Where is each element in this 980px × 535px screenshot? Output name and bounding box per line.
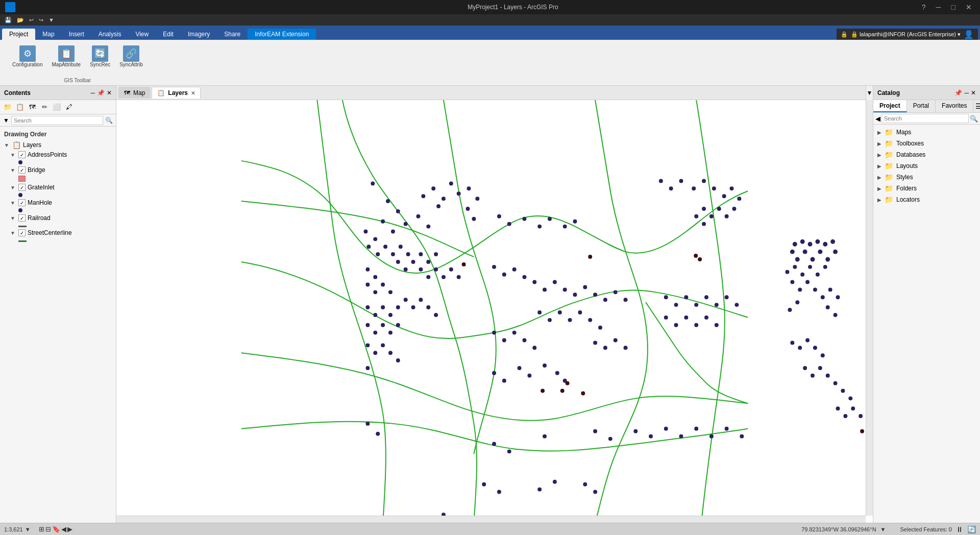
catalog-pin-icon[interactable]: 📌: [954, 89, 962, 96]
expand-railroad-icon[interactable]: ▼: [10, 215, 16, 221]
undo-icon[interactable]: ↩: [28, 17, 35, 23]
redo-icon[interactable]: ↪: [37, 17, 45, 23]
expand-bridge-icon[interactable]: ▼: [10, 167, 16, 173]
list-view-button[interactable]: 📁: [2, 102, 13, 113]
bookmarks-icon[interactable]: 🔖: [52, 525, 60, 533]
restore-button[interactable]: □: [948, 3, 959, 11]
tab-map[interactable]: Map: [35, 29, 61, 40]
draw-view-button[interactable]: 🖍: [63, 102, 75, 113]
addresspoints-checkbox[interactable]: ✓: [18, 151, 26, 158]
expand-layouts-icon[interactable]: ▶: [877, 163, 881, 169]
tab-scroll-down[interactable]: ▼: [866, 86, 873, 100]
catalog-item-layouts[interactable]: ▶ 📁 Layouts: [873, 160, 980, 172]
syncattrib-button[interactable]: 🔗 SyncAttrib: [116, 44, 146, 68]
catalog-search-icon[interactable]: 🔍: [970, 115, 978, 123]
contents-search-input[interactable]: [11, 116, 103, 125]
catalog-item-folders[interactable]: ▶ 📁 Folders: [873, 183, 980, 194]
expand-layers-icon[interactable]: ▼: [4, 142, 10, 148]
expand-addresspoints-icon[interactable]: ▼: [10, 152, 16, 158]
mapattribute-button[interactable]: 📋 MapAttribute: [48, 44, 84, 68]
expand-databases-icon[interactable]: ▶: [877, 152, 881, 158]
expand-folders-icon[interactable]: ▶: [877, 186, 881, 191]
tree-item-bridge[interactable]: ▼ ✓ Bridge: [0, 165, 116, 175]
next-extent-icon[interactable]: ▶: [67, 525, 72, 533]
tab-layers-view[interactable]: 📋 Layers ✕: [152, 87, 201, 99]
minimize-button[interactable]: ─: [933, 3, 944, 11]
profile-icon[interactable]: 👤: [964, 30, 974, 39]
scale-dropdown-icon[interactable]: ▼: [25, 526, 31, 532]
tab-share[interactable]: Share: [217, 29, 248, 40]
railroad-checkbox[interactable]: ✓: [18, 214, 26, 222]
scale-control[interactable]: 1:3,621 ▼: [4, 526, 31, 532]
contents-close-icon[interactable]: ✕: [107, 89, 112, 96]
tab-analysis[interactable]: Analysis: [91, 29, 129, 40]
save-icon[interactable]: 💾: [3, 17, 13, 23]
mapattribute-label: MapAttribute: [52, 62, 81, 67]
tree-item-manhole[interactable]: ▼ ✓ ManHole: [0, 198, 116, 207]
catalog-tab-favorites[interactable]: Favorites: [936, 100, 973, 112]
tree-item-railroad[interactable]: ▼ ✓ Railroad: [0, 213, 116, 223]
map-scroll-bottom[interactable]: [116, 516, 866, 523]
tree-item-layers[interactable]: ▼ 📋 Layers: [0, 140, 116, 150]
map-view-button[interactable]: 🗺: [27, 102, 38, 113]
expand-street-icon[interactable]: ▼: [10, 230, 16, 236]
help-icon[interactable]: ?: [919, 3, 929, 11]
bridge-checkbox[interactable]: ✓: [18, 166, 26, 174]
tab-imagery[interactable]: Imagery: [181, 29, 217, 40]
zoom-extent-icon[interactable]: ⊞: [39, 525, 44, 533]
search-icon[interactable]: 🔍: [105, 117, 113, 124]
catalog-item-toolboxes[interactable]: ▶ 📁 Toolboxes: [873, 138, 980, 149]
catalog-tab-portal[interactable]: Portal: [907, 100, 936, 112]
zoom-in-out-icon[interactable]: ⊟: [45, 525, 51, 533]
refresh-icon[interactable]: 🔄: [967, 525, 976, 533]
expand-styles-icon[interactable]: ▶: [877, 175, 881, 180]
catalog-pin2-icon[interactable]: ─: [964, 89, 969, 96]
close-button[interactable]: ✕: [963, 3, 975, 11]
layers-tab-close[interactable]: ✕: [191, 90, 195, 96]
contents-minimize-icon[interactable]: ─: [90, 89, 95, 96]
catalog-item-styles[interactable]: ▶ 📁 Styles: [873, 172, 980, 183]
tab-edit[interactable]: Edit: [156, 29, 181, 40]
catalog-item-locators[interactable]: ▶ 📁 Locators: [873, 194, 980, 205]
syncrec-button[interactable]: 🔄 SyncRec: [87, 44, 113, 68]
grateinlet-checkbox[interactable]: ✓: [18, 184, 26, 191]
streetcenterline-checkbox[interactable]: ✓: [18, 229, 26, 236]
expand-locators-icon[interactable]: ▶: [877, 197, 881, 203]
catalog-search-input[interactable]: [881, 114, 969, 123]
manhole-checkbox[interactable]: ✓: [18, 199, 26, 206]
map-canvas[interactable]: [116, 100, 873, 523]
catalog-back-icon[interactable]: ◀: [875, 115, 880, 123]
expand-toolboxes-icon[interactable]: ▶: [877, 141, 881, 147]
edit-view-button[interactable]: ✏: [39, 102, 50, 113]
expand-manhole-icon[interactable]: ▼: [10, 200, 16, 206]
expand-maps-icon[interactable]: ▶: [877, 130, 881, 135]
tab-view[interactable]: View: [128, 29, 156, 40]
tree-item-addresspoints[interactable]: ▼ ✓ AddressPoints: [0, 150, 116, 159]
user-area[interactable]: 🔒 🔒 lalaparthi@INFOR (ArcGIS Enterprise)…: [837, 29, 978, 40]
catalog-menu-icon[interactable]: ☰: [975, 102, 980, 110]
catalog-item-maps[interactable]: ▶ 📁 Maps: [873, 127, 980, 138]
catalog-close-icon[interactable]: ✕: [971, 89, 976, 96]
tree-item-grateinlet[interactable]: ▼ ✓ GrateInlet: [0, 183, 116, 192]
configuration-button[interactable]: ⚙ Configuration: [9, 44, 45, 68]
select-view-button[interactable]: ⬜: [51, 102, 62, 113]
catalog-tab-project[interactable]: Project: [873, 100, 907, 112]
contents-pin-icon[interactable]: 📌: [97, 89, 105, 96]
tab-inforeamnext[interactable]: InforEAM Extension: [248, 29, 316, 40]
svg-point-71: [537, 225, 542, 229]
tab-insert[interactable]: Insert: [62, 29, 91, 40]
open-icon[interactable]: 📂: [15, 17, 26, 23]
user-label[interactable]: 🔒 lalaparthi@INFOR (ArcGIS Enterprise) ▾: [851, 31, 961, 38]
dropdown-icon[interactable]: ▼: [47, 17, 56, 23]
prev-extent-icon[interactable]: ◀: [61, 525, 66, 533]
map-scroll-right[interactable]: [866, 100, 873, 516]
catalog-item-databases[interactable]: ▶ 📁 Databases: [873, 149, 980, 160]
expand-grateinlet-icon[interactable]: ▼: [10, 185, 16, 190]
tree-item-streetcenterline[interactable]: ▼ ✓ StreetCenterline: [0, 228, 116, 237]
table-view-button[interactable]: 📋: [14, 102, 26, 113]
svg-point-177: [543, 434, 547, 439]
tab-project[interactable]: Project: [2, 29, 35, 40]
tab-map-view[interactable]: 🗺 Map: [118, 87, 151, 99]
pause-icon[interactable]: ⏸: [956, 525, 963, 533]
coordinates-dropdown-icon[interactable]: ▼: [880, 526, 886, 532]
